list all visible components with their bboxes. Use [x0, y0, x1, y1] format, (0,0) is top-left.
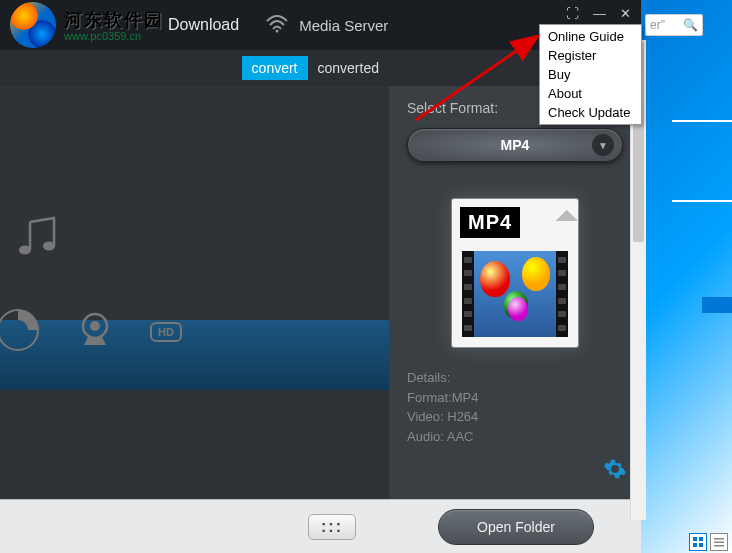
logo-icon: [10, 2, 56, 48]
svg-point-5: [90, 321, 100, 331]
format-thumbnail: MP4: [451, 198, 579, 348]
left-pane: HD: [0, 86, 389, 499]
minimize-icon[interactable]: —: [593, 6, 606, 21]
svg-rect-11: [699, 543, 703, 547]
svg-rect-9: [699, 537, 703, 541]
menu-register[interactable]: Register: [542, 46, 639, 65]
gear-icon[interactable]: [603, 457, 627, 487]
svg-rect-8: [693, 537, 697, 541]
menu-about[interactable]: About: [542, 84, 639, 103]
svg-rect-10: [693, 543, 697, 547]
explorer-view-icons: [689, 533, 728, 551]
webcam-icon: [76, 311, 114, 353]
window-controls: ⛶ — ✕: [556, 0, 641, 27]
music-icon: [14, 216, 182, 270]
details-video: Video: H264: [407, 407, 623, 427]
svg-rect-14: [714, 545, 724, 547]
context-menu: Online Guide Register Buy About Check Up…: [539, 24, 642, 125]
details-title: Details:: [407, 368, 623, 388]
media-server-tab[interactable]: Media Server: [299, 17, 388, 34]
format-dropdown[interactable]: MP4 ▼: [407, 128, 623, 162]
thumb-image: [462, 251, 568, 337]
search-box[interactable]: er" 🔍: [645, 14, 703, 36]
format-value: MP4: [501, 137, 530, 153]
disc-icon: [0, 308, 40, 356]
brand-name: 河东软件园: [64, 8, 164, 32]
brand-text: 河东软件园 www.pc0359.cn: [64, 8, 164, 42]
svg-point-1: [19, 246, 31, 255]
svg-point-2: [43, 242, 55, 251]
menu-check-update[interactable]: Check Update: [542, 103, 639, 122]
svg-rect-12: [714, 538, 724, 540]
search-text: er": [650, 18, 665, 32]
hd-icon: HD: [150, 322, 182, 342]
tab-convert[interactable]: convert: [242, 56, 308, 80]
thumb-label: MP4: [460, 207, 520, 238]
view-details-icon[interactable]: [710, 533, 728, 551]
svg-rect-13: [714, 542, 724, 544]
desktop-background: [632, 0, 732, 553]
tab-converted[interactable]: converted: [308, 56, 389, 80]
wifi-icon: [265, 13, 289, 37]
more-button[interactable]: :::: [308, 514, 356, 540]
bottom-bar: ::: Open Folder: [0, 499, 641, 553]
right-pane: Select Format: MP4 ▼ MP4 Details: Format…: [389, 86, 641, 499]
menu-buy[interactable]: Buy: [542, 65, 639, 84]
fullscreen-icon[interactable]: ⛶: [566, 6, 579, 21]
details-format: Format:MP4: [407, 388, 623, 408]
media-icons: HD: [14, 216, 182, 356]
menu-online-guide[interactable]: Online Guide: [542, 27, 639, 46]
open-folder-button[interactable]: Open Folder: [438, 509, 594, 545]
main-area: HD Select Format: MP4 ▼ MP4: [0, 86, 641, 499]
chevron-down-icon: ▼: [598, 140, 608, 151]
logo-area: 河东软件园 www.pc0359.cn: [10, 2, 164, 48]
search-icon[interactable]: 🔍: [683, 18, 698, 32]
brand-url: www.pc0359.cn: [64, 30, 164, 42]
close-icon[interactable]: ✕: [620, 6, 631, 21]
details-audio: Audio: AAC: [407, 427, 623, 447]
download-tab[interactable]: Download: [168, 16, 239, 34]
details-block: Details: Format:MP4 Video: H264 Audio: A…: [407, 368, 623, 446]
view-list-icon[interactable]: [689, 533, 707, 551]
svg-point-0: [276, 30, 279, 33]
